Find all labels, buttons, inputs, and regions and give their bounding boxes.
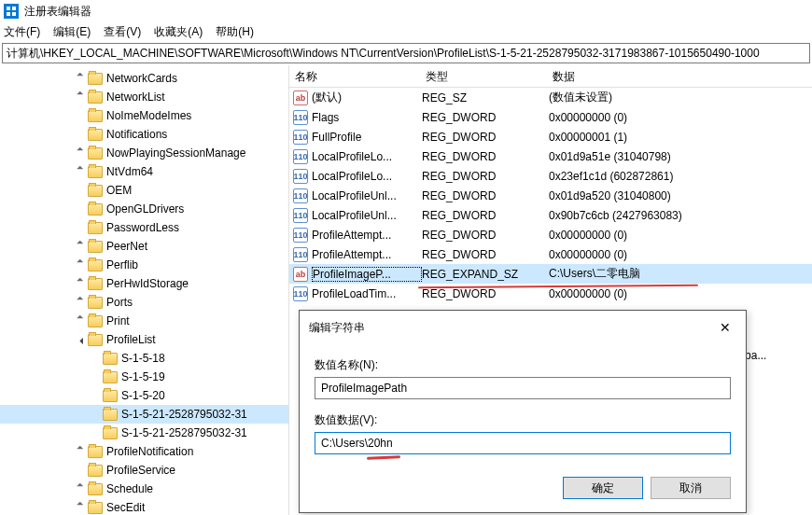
- tree-item[interactable]: PasswordLess: [0, 218, 288, 237]
- value-type: REG_SZ: [422, 91, 549, 104]
- tree-item[interactable]: ProfileService: [0, 461, 288, 480]
- binary-value-icon: 110: [293, 110, 308, 125]
- tree-item-label: Perflib: [106, 258, 138, 271]
- col-name[interactable]: 名称: [289, 65, 420, 87]
- value-name: (默认): [312, 90, 422, 105]
- value-name-input[interactable]: [315, 377, 731, 399]
- chevron-right-icon[interactable]: [75, 91, 88, 103]
- tree-item[interactable]: Ports: [0, 293, 288, 312]
- tree-item[interactable]: NetworkList: [0, 88, 288, 106]
- list-row[interactable]: 110LocalProfileUnl...REG_DWORD0x90b7c6cb…: [289, 205, 812, 225]
- list-row[interactable]: 110ProfileAttempt...REG_DWORD0x00000000 …: [289, 225, 812, 244]
- tree-item-label: PeerNet: [106, 240, 147, 253]
- annotation-underline-2: [367, 455, 400, 460]
- tree-item[interactable]: Print: [0, 312, 288, 330]
- folder-icon: [88, 91, 103, 104]
- folder-icon: [88, 465, 103, 477]
- title-bar: 注册表编辑器: [0, 0, 812, 22]
- tree-item[interactable]: SecEdit: [0, 498, 288, 515]
- binary-value-icon: 110: [293, 286, 308, 301]
- value-data: (数值未设置): [549, 90, 812, 105]
- address-bar[interactable]: 计算机\HKEY_LOCAL_MACHINE\SOFTWARE\Microsof…: [2, 43, 810, 63]
- folder-icon: [88, 147, 103, 160]
- tree-item[interactable]: NowPlayingSessionManage: [0, 144, 288, 162]
- tree-item[interactable]: NetworkCards: [0, 69, 288, 88]
- list-row[interactable]: 110LocalProfileUnl...REG_DWORD0x01d9a520…: [289, 186, 812, 205]
- folder-icon: [103, 371, 118, 383]
- binary-value-icon: 110: [293, 247, 308, 262]
- chevron-right-icon[interactable]: [75, 297, 88, 308]
- tree-item-label: S-1-5-21-2528795032-31: [121, 426, 247, 439]
- chevron-right-icon[interactable]: [75, 315, 88, 327]
- menu-view[interactable]: 查看(V): [104, 24, 141, 40]
- folder-icon: [88, 259, 103, 271]
- list-header: 名称 类型 数据: [289, 65, 812, 88]
- value-data: C:\Users\二零电脑: [549, 266, 812, 282]
- tree-item[interactable]: S-1-5-20: [0, 386, 288, 405]
- chevron-down-icon[interactable]: [75, 335, 88, 345]
- chevron-right-icon[interactable]: [75, 166, 88, 177]
- list-row[interactable]: 110LocalProfileLo...REG_DWORD0x01d9a51e …: [289, 146, 812, 166]
- tree-item[interactable]: ProfileList: [0, 330, 288, 349]
- tree-view[interactable]: NetworkCardsNetworkListNoImeModeImesNoti…: [0, 65, 289, 515]
- tree-item[interactable]: S-1-5-21-2528795032-31: [0, 405, 288, 424]
- folder-icon: [103, 390, 118, 402]
- tree-item-label: ProfileService: [106, 464, 175, 477]
- cancel-button[interactable]: 取消: [651, 477, 731, 499]
- value-type: REG_DWORD: [422, 189, 549, 202]
- folder-icon: [88, 185, 103, 197]
- chevron-right-icon[interactable]: [75, 502, 88, 513]
- value-name: ProfileImageP...: [312, 267, 422, 282]
- tree-item[interactable]: OpenGLDrivers: [0, 200, 288, 218]
- col-data[interactable]: 数据: [547, 65, 812, 87]
- tree-item[interactable]: S-1-5-19: [0, 368, 288, 386]
- folder-icon: [88, 334, 103, 346]
- value-name: ProfileLoadTim...: [312, 287, 422, 300]
- tree-item[interactable]: S-1-5-18: [0, 349, 288, 368]
- chevron-right-icon[interactable]: [75, 241, 88, 252]
- chevron-right-icon[interactable]: [75, 278, 88, 289]
- list-row[interactable]: 110FlagsREG_DWORD0x00000000 (0): [289, 107, 812, 127]
- folder-icon: [88, 315, 103, 327]
- chevron-right-icon[interactable]: [75, 446, 88, 457]
- value-type: REG_DWORD: [422, 111, 549, 124]
- tree-item[interactable]: Schedule: [0, 480, 288, 498]
- list-row[interactable]: abProfileImageP...REG_EXPAND_SZC:\Users\…: [289, 264, 812, 284]
- tree-item[interactable]: ProfileNotification: [0, 442, 288, 461]
- menu-favorites[interactable]: 收藏夹(A): [154, 24, 203, 40]
- list-row[interactable]: ab(默认)REG_SZ(数值未设置): [289, 88, 812, 107]
- folder-icon: [88, 241, 103, 253]
- chevron-right-icon[interactable]: [75, 259, 88, 271]
- binary-value-icon: 110: [293, 228, 308, 243]
- tree-item[interactable]: Notifications: [0, 125, 288, 144]
- tree-item[interactable]: PerHwIdStorage: [0, 274, 288, 293]
- list-row[interactable]: 110ProfileAttempt...REG_DWORD0x00000000 …: [289, 244, 812, 264]
- tree-item[interactable]: Perflib: [0, 256, 288, 274]
- tree-item[interactable]: NoImeModeImes: [0, 106, 288, 125]
- binary-value-icon: 110: [293, 130, 308, 145]
- value-data: 0x00000000 (0): [549, 111, 812, 124]
- menu-help[interactable]: 帮助(H): [216, 24, 254, 40]
- tree-item-label: SecEdit: [106, 501, 145, 514]
- chevron-right-icon[interactable]: [75, 147, 88, 159]
- value-type: REG_DWORD: [422, 209, 549, 222]
- tree-item[interactable]: S-1-5-21-2528795032-31: [0, 424, 288, 442]
- value-name: ProfileAttempt...: [312, 229, 422, 242]
- menu-file[interactable]: 文件(F): [4, 24, 40, 40]
- list-row[interactable]: 110LocalProfileLo...REG_DWORD0x23ef1c1d …: [289, 166, 812, 186]
- binary-value-icon: 110: [293, 149, 308, 164]
- tree-item[interactable]: OEM: [0, 181, 288, 200]
- chevron-right-icon[interactable]: [75, 483, 88, 494]
- col-type[interactable]: 类型: [420, 65, 547, 87]
- tree-item[interactable]: PeerNet: [0, 237, 288, 256]
- menu-edit[interactable]: 编辑(E): [53, 24, 91, 40]
- chevron-right-icon[interactable]: [75, 73, 88, 84]
- value-data-input[interactable]: [315, 432, 731, 454]
- tree-item-label: NetworkList: [106, 90, 165, 104]
- ok-button[interactable]: 确定: [563, 477, 643, 499]
- tree-item[interactable]: NtVdm64: [0, 162, 288, 181]
- list-row[interactable]: 110FullProfileREG_DWORD0x00000001 (1): [289, 127, 812, 146]
- edit-string-dialog: 编辑字符串 ✕ 数值名称(N): 数值数据(V): 确定 取消: [299, 310, 747, 513]
- tree-item-label: S-1-5-18: [121, 352, 165, 365]
- close-icon[interactable]: ✕: [714, 318, 736, 337]
